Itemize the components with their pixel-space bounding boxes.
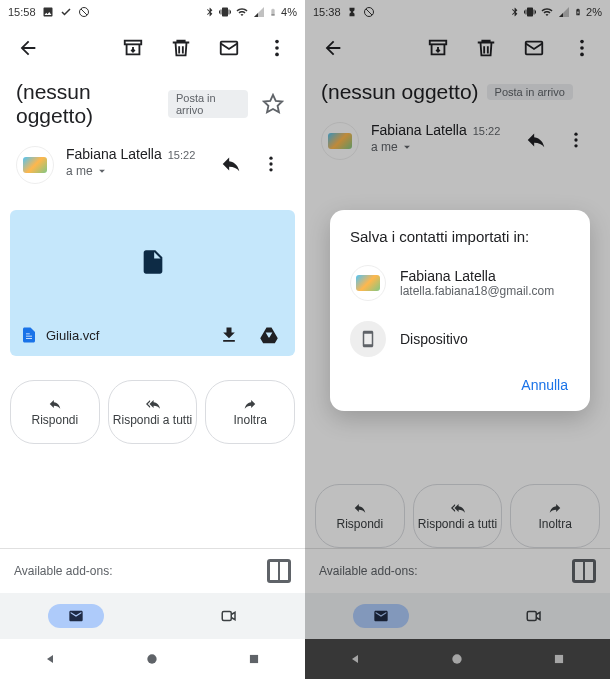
svg-point-8 [269, 157, 272, 160]
sender-row: Fabiana Latella 15:22 a me [0, 136, 305, 194]
reply-label: Rispondi [31, 413, 78, 427]
attachment-filename: Giulia.vcf [46, 328, 205, 343]
mail-icon [218, 37, 240, 59]
trello-icon[interactable] [267, 559, 291, 583]
device-avatar [350, 321, 386, 357]
forward-label: Inoltra [234, 413, 267, 427]
dialog-cancel-button[interactable]: Annulla [521, 377, 568, 393]
more-button[interactable] [257, 28, 297, 68]
mail-tab[interactable] [0, 593, 153, 639]
device-label: Dispositivo [400, 331, 468, 347]
subject-text: (nessun oggetto) [16, 80, 160, 128]
bluetooth-icon [205, 6, 215, 18]
addons-row: Available add-ons: [0, 548, 305, 593]
star-outline-icon [262, 93, 284, 115]
screen-right: 15:38 2% (ness [305, 0, 610, 679]
sender-name: Fabiana Latella [66, 146, 162, 162]
inbox-chip[interactable]: Posta in arrivo [168, 90, 248, 118]
dialog-device-option[interactable]: Dispositivo [330, 311, 590, 367]
recipient-text: a me [66, 164, 93, 178]
dialog-account-option[interactable]: Fabiana Latella latella.fabiana18@gmail.… [330, 255, 590, 311]
svg-rect-13 [250, 655, 258, 663]
reply-all-button[interactable]: Rispondi a tutti [108, 380, 198, 444]
drive-icon [259, 325, 279, 345]
screen-left: 15:58 4% [0, 0, 305, 679]
arrow-back-icon [17, 37, 39, 59]
mark-unread-button[interactable] [209, 28, 249, 68]
chevron-down-icon [95, 164, 109, 178]
status-time: 15:58 [8, 6, 36, 18]
nav-back[interactable] [39, 647, 63, 671]
archive-icon [122, 37, 144, 59]
svg-point-9 [269, 162, 272, 165]
account-name: Fabiana Latella [400, 268, 554, 284]
more-vert-icon [266, 37, 288, 59]
sender-avatar[interactable] [16, 146, 54, 184]
svg-point-10 [269, 168, 272, 171]
back-button[interactable] [8, 28, 48, 68]
attachment-card[interactable]: Giulia.vcf [10, 210, 295, 356]
bottom-bar [0, 593, 305, 639]
reply-all-icon [143, 397, 163, 411]
reply-icon-button[interactable] [213, 146, 249, 182]
svg-point-4 [275, 40, 279, 44]
reply-row: Rispondi Rispondi a tutti Inoltra [0, 356, 305, 444]
battery-pct: 4% [281, 6, 297, 18]
phone-icon [359, 328, 377, 350]
reply-icon [46, 397, 64, 411]
doc-icon [20, 324, 38, 346]
video-icon [218, 607, 240, 625]
drive-button[interactable] [253, 319, 285, 351]
signal-icon [253, 6, 265, 18]
reply-button[interactable]: Rispondi [10, 380, 100, 444]
star-button[interactable] [256, 86, 289, 122]
svg-line-1 [81, 9, 87, 15]
file-icon [139, 244, 167, 280]
svg-point-12 [148, 654, 157, 663]
reply-all-label: Rispondi a tutti [113, 413, 192, 427]
meet-tab[interactable] [153, 593, 306, 639]
sender-time: 15:22 [168, 149, 196, 161]
sender-more-button[interactable] [253, 146, 289, 182]
account-email: latella.fabiana18@gmail.com [400, 284, 554, 298]
more-vert-icon [261, 154, 281, 174]
delete-button[interactable] [161, 28, 201, 68]
navbar [0, 639, 305, 679]
photo-icon [42, 6, 54, 18]
check-icon [60, 6, 72, 18]
statusbar: 15:58 4% [0, 0, 305, 24]
svg-point-6 [275, 53, 279, 57]
nav-recents[interactable] [242, 647, 266, 671]
mail-filled-icon [66, 608, 86, 624]
recipient-row[interactable]: a me [66, 164, 201, 178]
block-icon [78, 6, 90, 18]
vibrate-icon [219, 6, 231, 18]
svg-point-5 [275, 46, 279, 50]
subject-row: (nessun oggetto) Posta in arrivo [0, 72, 305, 136]
save-contacts-dialog: Salva i contatti importati in: Fabiana L… [330, 210, 590, 411]
svg-rect-2 [125, 41, 142, 45]
archive-button[interactable] [113, 28, 153, 68]
forward-icon [241, 397, 259, 411]
trash-icon [170, 37, 192, 59]
battery-icon [269, 6, 277, 18]
svg-marker-7 [263, 95, 281, 112]
dialog-title: Salva i contatti importati in: [330, 228, 590, 255]
wifi-icon [235, 6, 249, 18]
addons-text: Available add-ons: [14, 564, 113, 578]
download-button[interactable] [213, 319, 245, 351]
reply-icon [220, 153, 242, 175]
svg-rect-11 [222, 612, 231, 621]
appbar [0, 24, 305, 72]
nav-home[interactable] [140, 647, 164, 671]
forward-button[interactable]: Inoltra [205, 380, 295, 444]
account-avatar [350, 265, 386, 301]
download-icon [219, 325, 239, 345]
